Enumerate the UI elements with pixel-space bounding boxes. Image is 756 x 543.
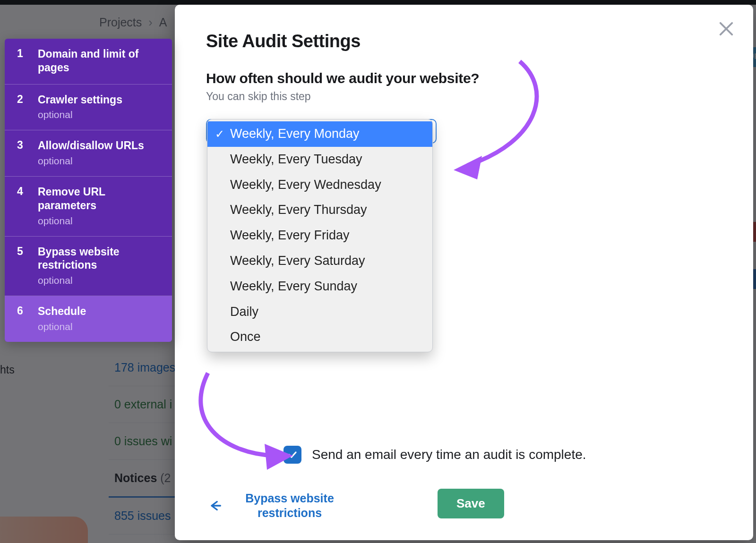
step-subtitle: optional (38, 321, 86, 332)
step-number: 2 (17, 93, 26, 121)
step-subtitle: optional (38, 215, 160, 227)
step-title: Remove URL parameters (38, 185, 160, 212)
step-crawler-settings[interactable]: 2 Crawler settings optional (5, 85, 172, 131)
dropdown-option[interactable]: Daily (207, 299, 432, 325)
step-remove-url-params[interactable]: 4 Remove URL parameters optional (5, 177, 172, 237)
chevron-right-icon: › (148, 16, 152, 29)
back-link[interactable]: Bypass website restrictions (235, 491, 344, 521)
step-domain-limit[interactable]: 1 Domain and limit of pages (5, 39, 172, 85)
step-bypass-restrictions[interactable]: 5 Bypass website restrictions optional (5, 237, 172, 297)
back-button[interactable] (207, 498, 223, 514)
step-title: Allow/disallow URLs (38, 139, 144, 153)
step-subtitle: optional (38, 275, 160, 286)
dropdown-option[interactable]: Weekly, Every Friday (207, 223, 432, 248)
step-number: 6 (17, 305, 26, 332)
step-number: 1 (17, 47, 26, 75)
step-title: Schedule (38, 305, 86, 318)
step-number: 4 (17, 185, 26, 227)
site-audit-settings-modal: Site Audit Settings How often should we … (175, 5, 753, 540)
check-icon (287, 449, 298, 460)
arrow-left-icon (207, 498, 223, 514)
promo-pill (0, 517, 88, 543)
dropdown-option[interactable]: Once (207, 324, 432, 350)
email-notify-row: Send an email every time an audit is com… (284, 446, 586, 464)
notices-count: (2 (160, 471, 171, 484)
step-subtitle: optional (38, 109, 122, 120)
email-notify-label: Send an email every time an audit is com… (312, 447, 586, 462)
step-subtitle: optional (38, 155, 144, 167)
step-allow-disallow-urls[interactable]: 3 Allow/disallow URLs optional (5, 130, 172, 177)
step-title: Bypass website restrictions (38, 245, 160, 272)
modal-subtitle: How often should we audit your website? (206, 70, 722, 86)
sidebar-text-fragment: hts (0, 364, 19, 376)
modal-footer: Bypass website restrictions (207, 491, 344, 521)
step-number: 3 (17, 139, 26, 167)
notices-label: Notices (114, 471, 157, 484)
breadcrumb-root[interactable]: Projects (99, 16, 142, 29)
breadcrumb-current: A (159, 16, 167, 29)
dropdown-option[interactable]: Weekly, Every Saturday (207, 248, 432, 274)
dropdown-option[interactable]: Weekly, Every Thursday (207, 197, 432, 223)
dropdown-option[interactable]: Weekly, Every Monday (207, 121, 432, 147)
modal-note: You can skip this step (206, 90, 722, 103)
dropdown-option[interactable]: Weekly, Every Wednesday (207, 172, 432, 198)
step-schedule[interactable]: 6 Schedule optional (5, 296, 172, 342)
save-button[interactable]: Save (438, 489, 504, 518)
schedule-dropdown[interactable]: ▾ Weekly, Every Monday Weekly, Every Tue… (206, 119, 438, 144)
email-notify-checkbox[interactable] (284, 446, 301, 464)
step-title: Crawler settings (38, 93, 122, 107)
breadcrumb: Projects › A (99, 16, 167, 29)
dropdown-option[interactable]: Weekly, Every Sunday (207, 274, 432, 299)
dropdown-option[interactable]: Weekly, Every Tuesday (207, 147, 432, 172)
step-number: 5 (17, 245, 26, 287)
app-topbar (0, 0, 756, 5)
step-title: Domain and limit of pages (38, 47, 160, 75)
wizard-steps-panel: 1 Domain and limit of pages 2 Crawler se… (5, 39, 172, 342)
modal-title: Site Audit Settings (206, 31, 722, 51)
dropdown-menu: Weekly, Every Monday Weekly, Every Tuesd… (207, 119, 433, 352)
